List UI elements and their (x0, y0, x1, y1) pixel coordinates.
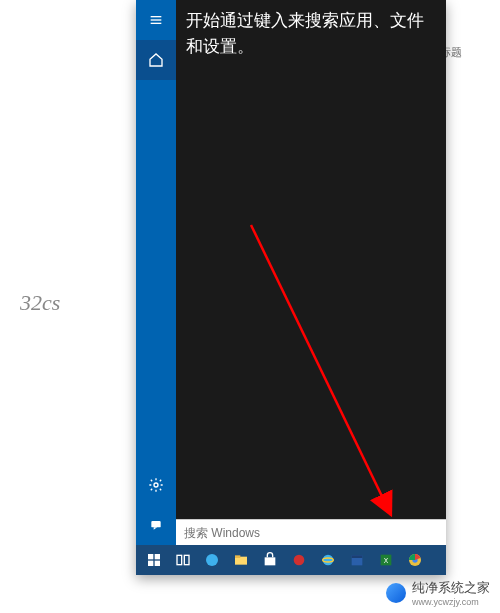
svg-rect-6 (155, 554, 160, 559)
svg-rect-8 (155, 561, 160, 566)
watermark-left: 32cs (20, 290, 60, 316)
start-button[interactable] (140, 546, 168, 574)
watermark-logo-icon (386, 583, 406, 603)
svg-rect-19 (352, 555, 363, 558)
watermark-url: www.ycwzjy.com (412, 597, 490, 607)
svg-point-11 (206, 554, 218, 566)
settings-gear-icon[interactable] (136, 465, 176, 505)
taskview-icon[interactable] (169, 546, 197, 574)
taskbar: X (136, 545, 446, 575)
svg-point-3 (154, 483, 158, 487)
watermark-title: 纯净系统之家 (412, 579, 490, 597)
page-background: 32cs 标题 开始通过键入来搜索应用、文件和设置。 (0, 0, 500, 613)
chrome-icon[interactable] (401, 546, 429, 574)
search-prompt-text: 开始通过键入来搜索应用、文件和设置。 (176, 0, 446, 59)
svg-rect-14 (265, 557, 276, 565)
search-input[interactable] (184, 526, 438, 540)
search-input-bar[interactable] (176, 519, 446, 545)
svg-text:X: X (384, 557, 389, 564)
edge-icon[interactable] (198, 546, 226, 574)
app-red-icon[interactable] (285, 546, 313, 574)
svg-point-16 (323, 555, 334, 566)
watermark-bottom: 纯净系统之家 www.ycwzjy.com (386, 579, 490, 607)
svg-rect-7 (148, 561, 153, 566)
store-icon[interactable] (256, 546, 284, 574)
svg-rect-5 (148, 554, 153, 559)
excel-icon[interactable]: X (372, 546, 400, 574)
ie-icon[interactable] (314, 546, 342, 574)
windows-search-flyout: 开始通过键入来搜索应用、文件和设置。 (136, 0, 446, 575)
calendar-icon[interactable] (343, 546, 371, 574)
file-explorer-icon[interactable] (227, 546, 255, 574)
svg-rect-10 (184, 555, 189, 564)
svg-rect-4 (151, 521, 160, 527)
feedback-icon[interactable] (136, 505, 176, 545)
svg-rect-13 (235, 555, 240, 558)
svg-rect-9 (177, 555, 182, 564)
hamburger-menu-icon[interactable] (136, 0, 176, 40)
svg-point-15 (294, 555, 305, 566)
home-icon[interactable] (136, 40, 176, 80)
search-left-rail (136, 0, 176, 545)
search-results-panel: 开始通过键入来搜索应用、文件和设置。 (176, 0, 446, 519)
